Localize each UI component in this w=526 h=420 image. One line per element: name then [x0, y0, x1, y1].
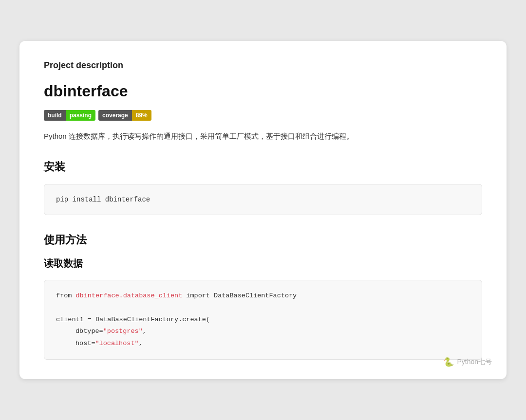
host-key: host= — [75, 340, 95, 347]
dbtype-comma: , — [143, 328, 147, 335]
from-keyword: from — [56, 292, 72, 299]
coverage-badge-label: coverage — [98, 110, 132, 121]
code-line-1: from dbinterface.database_client import … — [56, 290, 470, 302]
usage-section-title: 使用方法 — [44, 233, 482, 247]
module-name: dbinterface.database_client — [72, 292, 186, 299]
host-value: "localhost" — [95, 340, 139, 347]
dbtype-key: dbtype= — [75, 328, 103, 335]
coverage-badge-value: 89% — [132, 110, 151, 121]
client-create: client1 = DataBaseClientFactory.create( — [56, 316, 210, 323]
code-line-4: dbtype="postgres", — [56, 326, 470, 337]
build-badge-status: passing — [66, 110, 95, 121]
coverage-badge: coverage 89% — [98, 110, 151, 121]
install-code-block: pip install dbinterface — [44, 184, 482, 215]
watermark-icon: 🐍 — [443, 357, 454, 367]
code-line-3: client1 = DataBaseClientFactory.create( — [56, 314, 470, 326]
code-line-blank — [56, 302, 470, 314]
badges-container: build passing coverage 89% — [44, 110, 482, 121]
section-header-label: Project description — [44, 60, 482, 71]
project-description: Python 连接数据库，执行读写操作的通用接口，采用简单工厂模式，基于接口和组… — [44, 130, 482, 142]
read-data-code-block: from dbinterface.database_client import … — [44, 280, 482, 359]
watermark: 🐍 Python七号 — [443, 357, 492, 367]
host-comma: , — [139, 340, 143, 347]
build-badge-label: build — [44, 110, 66, 121]
class-name: DataBaseClientFactory — [210, 292, 297, 299]
install-command: pip install dbinterface — [56, 196, 150, 203]
dbtype-value: "postgres" — [103, 328, 143, 335]
install-section-title: 安装 — [44, 160, 482, 174]
import-keyword: import — [186, 292, 210, 299]
main-card: Project description dbinterface build pa… — [19, 41, 507, 379]
project-title: dbinterface — [44, 82, 482, 100]
build-badge: build passing — [44, 110, 95, 121]
code-line-5: host="localhost", — [56, 338, 470, 349]
read-data-subtitle: 读取数据 — [44, 257, 482, 270]
watermark-text: Python七号 — [457, 358, 492, 366]
